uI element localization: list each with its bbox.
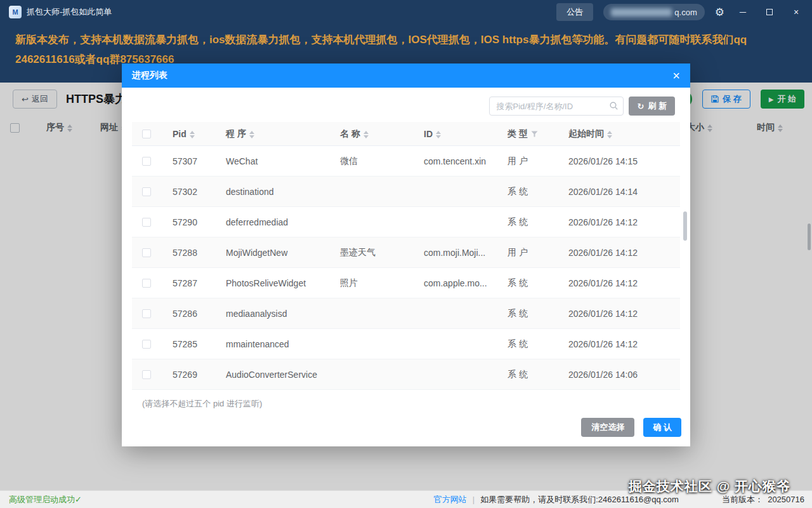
cell-type: 系 统 <box>497 308 558 319</box>
process-table-header: Pid 程 序 名 称 ID 类 型 起始时间 <box>132 122 680 146</box>
confirm-button[interactable]: 确 认 <box>643 418 681 437</box>
statusbar: 高级管理启动成功✓ 官方网站 | 如果需要帮助，请及时联系我们:24626116… <box>0 490 812 508</box>
account-pill[interactable]: q.com <box>603 4 704 20</box>
dialog-close-icon[interactable]: × <box>672 69 680 82</box>
cell-type: 系 统 <box>497 369 558 380</box>
process-row[interactable]: 57288 MojiWidgetNew 墨迹天气 com.moji.Moji..… <box>132 237 680 268</box>
process-table: Pid 程 序 名 称 ID 类 型 起始时间 <box>132 122 680 390</box>
clear-selection-button[interactable]: 清空选择 <box>581 418 634 437</box>
sort-icon[interactable] <box>249 131 254 138</box>
row-checkbox[interactable] <box>142 157 151 166</box>
row-checkbox[interactable] <box>142 340 151 349</box>
row-checkbox[interactable] <box>142 218 151 227</box>
column-name[interactable]: 名 称 <box>330 128 414 140</box>
process-row[interactable]: 57286 mediaanalysisd 系 统 2026/01/26 14:1… <box>132 298 680 329</box>
sort-icon[interactable] <box>436 131 441 138</box>
cell-program: destinationd <box>216 187 330 197</box>
refresh-icon: ↻ <box>637 102 644 111</box>
help-contact-text: 如果需要帮助，请及时联系我们:2462611616@qq.com <box>480 494 679 505</box>
column-start-time[interactable]: 起始时间 <box>558 128 680 140</box>
cell-start-time: 2026/01/26 14:14 <box>558 187 680 197</box>
cell-type: 系 统 <box>497 277 558 289</box>
cell-start-time: 2026/01/26 14:12 <box>558 217 680 227</box>
cell-start-time: 2026/01/26 14:06 <box>558 370 680 380</box>
cell-program: mmaintenanced <box>216 339 330 349</box>
cell-program: MojiWidgetNew <box>216 248 330 258</box>
filter-funnel-icon[interactable] <box>531 131 538 137</box>
cell-pid: 57302 <box>162 187 216 197</box>
maximize-icon <box>766 9 773 15</box>
process-search-input[interactable] <box>489 97 624 116</box>
app-logo-icon: M <box>9 6 22 18</box>
cell-program: mediaanalysisd <box>216 309 330 319</box>
announcement-button[interactable]: 公告 <box>556 3 593 21</box>
dialog-header: 进程列表 × <box>122 64 690 88</box>
sort-icon[interactable] <box>190 131 195 138</box>
cell-program: PhotosReliveWidget <box>216 278 330 288</box>
maximize-button[interactable] <box>761 7 778 17</box>
settings-gear-icon[interactable]: ⚙ <box>715 6 724 19</box>
cell-name: 照片 <box>330 277 414 289</box>
row-checkbox[interactable] <box>142 187 151 196</box>
row-checkbox[interactable] <box>142 309 151 318</box>
process-table-body: 57307 WeChat 微信 com.tencent.xin 用 户 2026… <box>132 146 680 390</box>
cell-pid: 57287 <box>162 278 216 288</box>
dialog-search-row: ↻ 刷 新 <box>122 88 690 122</box>
cell-name: 墨迹天气 <box>330 247 414 258</box>
cell-pid: 57269 <box>162 370 216 380</box>
version-text: 当前版本： 20250716 <box>722 494 804 505</box>
dialog-title: 进程列表 <box>132 70 167 81</box>
cell-program: deferredmediad <box>216 217 330 227</box>
selection-limit-note: (请选择不超过五个 pid 进行监听) <box>122 390 690 410</box>
cell-type: 用 户 <box>497 156 558 167</box>
cell-id: com.moji.Moji... <box>414 248 497 258</box>
process-row[interactable]: 57290 deferredmediad 系 统 2026/01/26 14:1… <box>132 207 680 237</box>
cell-start-time: 2026/01/26 14:12 <box>558 248 680 258</box>
refresh-button[interactable]: ↻ 刷 新 <box>629 97 675 116</box>
row-checkbox[interactable] <box>142 248 151 257</box>
cell-type: 用 户 <box>497 247 558 258</box>
column-type[interactable]: 类 型 <box>497 128 558 140</box>
process-row[interactable]: 57307 WeChat 微信 com.tencent.xin 用 户 2026… <box>132 146 680 177</box>
cell-type: 系 统 <box>497 338 558 350</box>
close-button[interactable]: × <box>788 7 804 17</box>
cell-pid: 57288 <box>162 248 216 258</box>
process-row[interactable]: 57285 mmaintenanced 系 统 2026/01/26 14:12 <box>132 329 680 359</box>
account-redacted-blur <box>611 8 672 17</box>
process-row[interactable]: 57287 PhotosReliveWidget 照片 com.apple.mo… <box>132 268 680 298</box>
cell-program: WeChat <box>216 156 330 166</box>
cell-pid: 57286 <box>162 309 216 319</box>
sort-icon[interactable] <box>607 131 612 138</box>
column-pid[interactable]: Pid <box>162 129 216 139</box>
official-site-link[interactable]: 官方网站 <box>434 494 467 505</box>
cell-type: 系 统 <box>497 186 558 197</box>
cell-program: AudioConverterService <box>216 370 330 380</box>
cell-type: 系 统 <box>497 217 558 228</box>
refresh-label: 刷 新 <box>648 100 667 112</box>
titlebar: M 抓包大师-抓包如此简单 公告 q.com ⚙ ─ × <box>0 0 812 24</box>
search-icon <box>610 102 618 110</box>
table-scrollbar[interactable] <box>683 211 687 241</box>
process-row[interactable]: 57269 AudioConverterService 系 统 2026/01/… <box>132 359 680 390</box>
status-message: 高级管理启动成功✓ <box>9 494 82 505</box>
cell-start-time: 2026/01/26 14:12 <box>558 339 680 349</box>
sort-icon[interactable] <box>363 131 369 138</box>
row-checkbox[interactable] <box>142 370 151 379</box>
cell-start-time: 2026/01/26 14:12 <box>558 309 680 319</box>
column-program[interactable]: 程 序 <box>216 128 330 140</box>
cell-id: com.apple.mo... <box>414 278 497 288</box>
cell-pid: 57307 <box>162 156 216 166</box>
row-checkbox[interactable] <box>142 279 151 288</box>
cell-id: com.tencent.xin <box>414 156 497 166</box>
minimize-button[interactable]: ─ <box>735 7 751 17</box>
page-scrollbar[interactable] <box>808 224 811 250</box>
cell-name: 微信 <box>330 156 414 167</box>
cell-start-time: 2026/01/26 14:12 <box>558 278 680 288</box>
cell-pid: 57290 <box>162 217 216 227</box>
account-suffix: q.com <box>674 8 697 17</box>
column-id[interactable]: ID <box>414 129 497 139</box>
select-all-processes-checkbox[interactable] <box>142 130 151 138</box>
process-row[interactable]: 57302 destinationd 系 统 2026/01/26 14:14 <box>132 177 680 207</box>
dialog-footer: 清空选择 确 认 <box>122 418 690 446</box>
app-title: 抓包大师-抓包如此简单 <box>27 6 112 18</box>
